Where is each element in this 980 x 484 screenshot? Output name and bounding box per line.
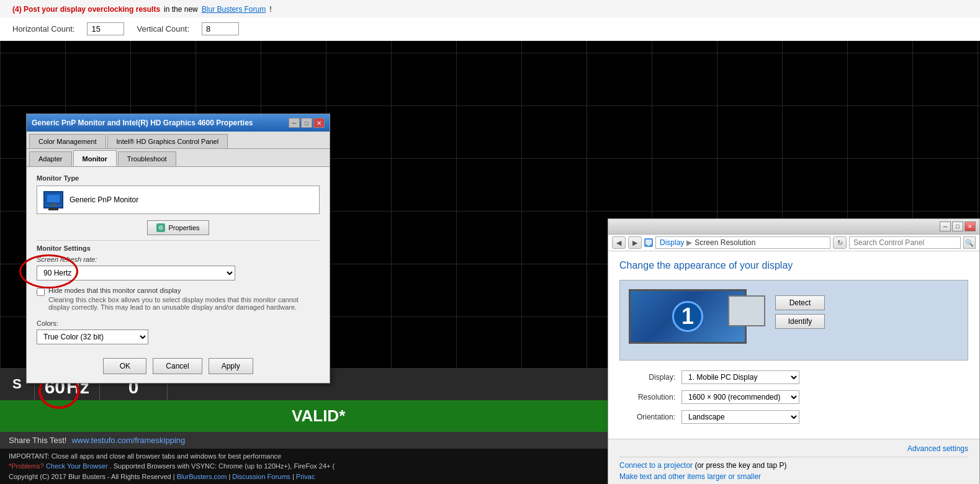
monitor-number-badge: 1 [672,301,703,332]
display-select[interactable]: 1. Mobile PC Display [681,370,799,384]
ok-button[interactable]: OK [103,358,146,374]
svg-rect-4 [645,240,652,244]
refresh-rate-select[interactable]: 60 Hertz 75 Hertz 85 Hertz 90 Hertz 100 … [37,266,235,280]
colors-label: Colors: [37,320,320,327]
tab-troubleshoot[interactable]: Troubleshoot [118,151,176,166]
monitor-preview[interactable]: 1 [629,289,765,351]
horizontal-count-input[interactable] [87,22,124,35]
projector-text: (or press the key and tap P) [695,461,786,470]
forward-button[interactable]: ▶ [628,236,642,249]
display-setting-row: Display: 1. Mobile PC Display [619,370,968,384]
monitor-type-section-label: Monitor Type [37,174,320,182]
identify-button[interactable]: Identify [775,314,825,329]
display-key-label: Display: [619,373,675,382]
dialog-controls: ─ □ ✕ [289,118,325,128]
notice-link-suffix: ! [269,5,271,14]
maximize-button[interactable]: □ [301,118,312,128]
hide-modes-checkbox[interactable] [37,288,45,296]
monitor-type-box: Generic PnP Monitor [37,186,320,214]
s-value: S [12,376,22,392]
copyright-text: Copyright (C) 2017 Blur Busters - All Ri… [9,473,177,480]
projector-link[interactable]: Connect to a projector [619,461,693,470]
resolution-setting-row: Resolution: 1600 × 900 (recommended) [619,390,968,404]
detect-button[interactable]: Detect [775,295,825,310]
advanced-settings-link[interactable]: Advanced settings [907,444,968,453]
breadcrumb-display[interactable]: Display [660,238,684,247]
detect-identify-col: Detect Identify [775,289,825,329]
horizontal-count-label: Horizontal Count: [12,24,74,34]
top-notice-bar: (4) Post your display overclocking resul… [0,0,980,19]
win-body: Change the appearance of your display 1 … [608,251,979,439]
monitor-settings-label: Monitor Settings [37,244,320,252]
properties-button[interactable]: ⚙ Properties [147,220,209,235]
orientation-value[interactable]: Landscape Portrait [681,410,799,424]
apply-button[interactable]: Apply [209,358,253,374]
hide-modes-main-text: Hide modes that this monitor cannot disp… [48,287,320,294]
minimize-button[interactable]: ─ [289,118,300,128]
screen-resolution-window: ─ □ ✕ ◀ ▶ Display ▶ Screen Resolution ↻ … [608,218,980,484]
copyright-line: Copyright (C) 2017 Blur Busters - All Ri… [9,472,628,482]
dialog-titlebar: Generic PnP Monitor and Intel(R) HD Grap… [27,114,330,132]
privacy-link[interactable]: Privac [296,473,315,480]
hide-modes-row: Hide modes that this monitor cannot disp… [37,287,320,311]
vertical-count-input[interactable] [202,22,239,35]
count-row: Horizontal Count: Vertical Count: [0,17,980,41]
breadcrumb-arrow: ▶ [686,238,692,247]
monitor-properties-dialog: Generic PnP Monitor and Intel(R) HD Grap… [26,114,330,383]
blur-busters-link[interactable]: BlurBusters.com [177,473,227,480]
refresh-rate-label: Screen refresh rate: [37,256,320,263]
win-heading: Change the appearance of your display [619,260,968,271]
hide-modes-subtext: Clearing this check box allows you to se… [48,296,320,311]
orientation-select[interactable]: Landscape Portrait [681,410,799,424]
resolution-value[interactable]: 1600 × 900 (recommended) [681,390,799,404]
back-button[interactable]: ◀ [612,236,626,249]
monitor-name-text: Generic PnP Monitor [70,195,138,204]
search-button[interactable]: 🔍 [963,236,976,249]
dialog-title: Generic PnP Monitor and Intel(R) HD Grap… [32,119,289,127]
win-titlebar: ─ □ ✕ [608,219,979,235]
vertical-count-label: Vertical Count: [137,24,189,34]
text-size-link-row: Make text and other items larger or smal… [619,472,968,481]
tab-color-management[interactable]: Color Management [29,134,106,148]
search-input[interactable] [849,236,961,249]
refresh-nav-button[interactable]: ↻ [833,236,847,249]
refresh-rate-wrapper: 60 Hertz 75 Hertz 85 Hertz 90 Hertz 100 … [37,266,235,280]
share-url-link[interactable]: www.testufo.com/frameskipping [71,436,185,445]
share-label: Share This Test! [9,436,66,445]
info-line1: IMPORTANT: Close all apps and close all … [9,451,628,462]
resolution-select[interactable]: 1600 × 900 (recommended) [681,390,799,404]
orientation-key-label: Orientation: [619,413,675,421]
problems-prefix: *Problems? [9,462,46,470]
cancel-button[interactable]: Cancel [153,358,202,374]
colors-section: Colors: True Color (32 bit) High Color (… [37,320,320,344]
properties-icon: ⚙ [156,223,165,232]
breadcrumb-bar: Display ▶ Screen Resolution [655,236,830,249]
tab-adapter[interactable]: Adapter [29,151,72,166]
tab-bar-row1: Color Management Intel® HD Graphics Cont… [27,132,330,149]
monitor-settings-section: Monitor Settings Screen refresh rate: 60… [37,244,320,311]
svg-rect-1 [47,195,60,202]
resolution-key-label: Resolution: [619,393,675,401]
display-value[interactable]: 1. Mobile PC Display [681,370,799,384]
discussion-forums-link[interactable]: Discussion Forums [232,473,290,480]
tab-intel-control-panel[interactable]: Intel® HD Graphics Control Panel [107,134,228,148]
win-maximize-btn[interactable]: □ [952,222,963,231]
notice-suffix: in the new [164,5,198,14]
check-browser-link[interactable]: Check Your Browser [46,462,108,470]
text-size-link[interactable]: Make text and other items larger or smal… [619,472,761,481]
monitor-nav-icon [644,238,653,247]
win-minimize-btn[interactable]: ─ [940,222,951,231]
share-bar: Share This Test! www.testufo.com/framesk… [0,432,637,449]
projector-link-row: Connect to a projector (or press the key… [619,461,968,470]
close-button[interactable]: ✕ [313,118,325,128]
info-browsers-text: . Supported Browsers with VSYNC: Chrome … [110,462,335,470]
blurbusters-link[interactable]: Blur Busters Forum [202,5,266,14]
win-close-btn[interactable]: ✕ [964,222,976,231]
overclocking-notice[interactable]: (4) Post your display overclocking resul… [12,5,160,14]
hide-modes-description: Hide modes that this monitor cannot disp… [48,287,320,311]
display-preview-area: 1 Detect Identify [619,280,968,361]
tab-monitor[interactable]: Monitor [73,150,117,166]
properties-btn-container: ⚙ Properties [37,220,320,235]
monitor-icon [43,191,63,208]
colors-select[interactable]: True Color (32 bit) High Color (16 bit) [37,329,148,344]
